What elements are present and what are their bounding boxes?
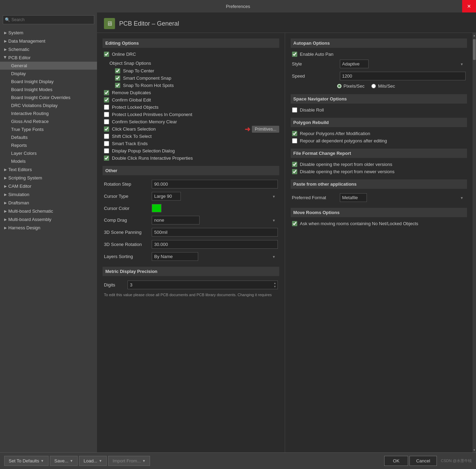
save-button[interactable]: Save... ▼ (50, 456, 78, 466)
sidebar-item-board-insight-display[interactable]: Board Insight Display (0, 78, 97, 86)
sidebar-item-board-insight-modes[interactable]: Board Insight Modes (0, 86, 97, 94)
snap-to-room-row: Snap To Room Hot Spots (114, 82, 279, 89)
scroll-down-arrow[interactable]: ▼ (473, 448, 476, 452)
sidebar-item-simulation[interactable]: ▶ Simulation (0, 190, 97, 198)
comp-drag-select[interactable]: none Connected Tracks (152, 216, 200, 224)
cancel-label: Cancel (416, 458, 430, 463)
protect-locked-primitives-checkbox[interactable] (104, 112, 109, 117)
cancel-button[interactable]: Cancel (409, 456, 437, 466)
online-drc-checkbox[interactable] (104, 52, 109, 57)
repour-after-modification-checkbox[interactable] (292, 131, 297, 136)
click-clears-selection-checkbox[interactable] (104, 126, 109, 132)
scroll-up-arrow[interactable]: ▲ (473, 33, 476, 38)
repour-dependent-checkbox[interactable] (292, 138, 297, 143)
digits-increment[interactable]: ▲ (273, 282, 277, 285)
sidebar-item-general[interactable]: General (0, 62, 97, 70)
cursor-color-swatch[interactable] (152, 204, 161, 212)
speed-input[interactable] (340, 72, 466, 80)
disable-older-checkbox[interactable] (292, 162, 297, 167)
remove-duplicates-checkbox[interactable] (104, 90, 109, 95)
ok-button[interactable]: OK (384, 456, 408, 466)
style-select[interactable]: Adaptive Fixed Circular (340, 60, 369, 68)
confirm-global-edit-checkbox[interactable] (104, 97, 109, 103)
display-popup-selection-label: Display Popup Selection Dialog (112, 148, 175, 153)
3d-scene-panning-row: 3D Scene Panning (103, 226, 279, 238)
mils-sec-label: Mils/Sec (378, 83, 395, 89)
double-click-runs-row: Double Click Runs Interactive Properties (103, 154, 279, 162)
ask-when-moving-checkbox[interactable] (292, 221, 297, 226)
load-button[interactable]: Load... ▼ (79, 456, 107, 466)
smart-track-ends-checkbox[interactable] (104, 141, 109, 146)
3d-scene-rotation-input[interactable] (152, 240, 278, 249)
preferred-format-select-wrapper: Metafile Bitmap Text (340, 193, 466, 202)
sidebar-item-true-type-fonts[interactable]: True Type Fonts (0, 125, 97, 133)
smart-component-snap-checkbox[interactable] (115, 76, 120, 81)
sidebar-item-pcb-editor[interactable]: ▶ PCB Editor (0, 53, 97, 62)
digits-decrement[interactable]: ▼ (273, 285, 277, 289)
sidebar-item-label: Defaults (11, 135, 28, 140)
arrow-icon: ▶ (3, 200, 8, 205)
layers-sorting-select[interactable]: By Name By Layer Number (152, 252, 198, 261)
preferred-format-select[interactable]: Metafile Bitmap Text (340, 193, 367, 202)
sidebar-item-drc-violations-display[interactable]: DRC Violations Display (0, 101, 97, 109)
disable-newer-checkbox[interactable] (292, 169, 297, 174)
sidebar-item-label: System (8, 30, 23, 35)
shift-click-to-select-checkbox[interactable] (104, 134, 109, 139)
digits-input[interactable] (127, 281, 278, 289)
import-from-button[interactable]: Import From... ▼ (108, 456, 150, 466)
rotation-step-input[interactable] (152, 180, 278, 188)
right-panel: 🖥 PCB Editor – General Editing Options O… (97, 12, 476, 452)
search-wrapper: 🔍 (3, 15, 94, 24)
pixels-sec-radio[interactable] (337, 84, 342, 88)
sidebar-item-defaults[interactable]: Defaults (0, 133, 97, 141)
sidebar-item-label: Multi-board Schematic (8, 209, 53, 214)
primitives-tag[interactable]: Primitives... (252, 126, 279, 133)
sidebar-item-reports[interactable]: Reports (0, 141, 97, 149)
search-input[interactable] (3, 15, 94, 24)
sidebar-item-schematic[interactable]: ▶ Schematic (0, 45, 97, 53)
sidebar-item-cam-editor[interactable]: ▶ CAM Editor (0, 182, 97, 190)
sidebar-item-layer-colors[interactable]: Layer Colors (0, 149, 97, 157)
sidebar-item-data-management[interactable]: ▶ Data Management (0, 37, 97, 45)
sidebar-item-board-insight-color-overrides[interactable]: Board Insight Color Overrides (0, 94, 97, 101)
sidebar-item-interactive-routing[interactable]: Interactive Routing (0, 109, 97, 117)
watermark: CSDN @水墨牛犊 (441, 458, 472, 463)
sidebar-item-display[interactable]: Display (0, 70, 97, 78)
other-header: Other (103, 166, 279, 175)
enable-auto-pan-checkbox[interactable] (292, 52, 297, 57)
sidebar-item-draftsman[interactable]: ▶ Draftsman (0, 198, 97, 207)
speed-unit-row: Pixels/Sec Mils/Sec (336, 82, 467, 90)
arrow-icon: ▶ (3, 38, 8, 44)
snap-to-room-label: Snap To Room Hot Spots (123, 83, 174, 88)
cursor-type-select[interactable]: Large 90 Small 90 Large 45 (152, 192, 181, 201)
close-button[interactable]: ✕ (462, 0, 476, 12)
sidebar-item-text-editors[interactable]: ▶ Text Editors (0, 165, 97, 174)
snap-to-center-checkbox[interactable] (115, 68, 120, 73)
sidebar-item-system[interactable]: ▶ System (0, 28, 97, 37)
display-popup-selection-checkbox[interactable] (104, 148, 109, 153)
ask-when-moving-label: Ask when moving rooms containing No Net/… (300, 221, 418, 226)
double-click-runs-checkbox[interactable] (104, 156, 109, 161)
3d-scene-panning-input[interactable] (152, 228, 278, 237)
confirm-selection-memory-checkbox[interactable] (104, 119, 109, 124)
panel-body: Editing Options Online DRC Object Snap O… (97, 33, 476, 452)
sidebar-item-models[interactable]: Models (0, 157, 97, 165)
search-icon: 🔍 (5, 17, 10, 22)
sidebar-item-multi-board-assembly[interactable]: ▶ Multi-board Assembly (0, 215, 97, 223)
scroll-thumb[interactable] (473, 39, 476, 60)
panel-icon: 🖥 (104, 18, 115, 29)
sidebar-item-harness-design[interactable]: ▶ Harness Design (0, 223, 97, 232)
sidebar-item-multi-board-schematic[interactable]: ▶ Multi-board Schematic (0, 207, 97, 215)
sidebar-item-scripting-system[interactable]: ▶ Scripting System (0, 174, 97, 182)
protect-locked-objects-checkbox[interactable] (104, 105, 109, 110)
rotation-step-label: Rotation Step (104, 182, 149, 187)
disable-roll-checkbox[interactable] (292, 107, 297, 113)
set-to-defaults-button[interactable]: Set To Defaults ▼ (4, 456, 49, 466)
sidebar-item-gloss-and-retrace[interactable]: Gloss And Retrace (0, 117, 97, 125)
disable-newer-row: Disable opening the report from newer ve… (291, 168, 467, 175)
panel-scrollbar[interactable]: ▲ ▼ (473, 33, 476, 452)
mils-sec-radio[interactable] (371, 84, 376, 88)
autopan-options-header: Autopan Options (291, 38, 467, 48)
snap-to-room-checkbox[interactable] (115, 83, 120, 88)
online-drc-label: Online DRC (112, 52, 136, 57)
